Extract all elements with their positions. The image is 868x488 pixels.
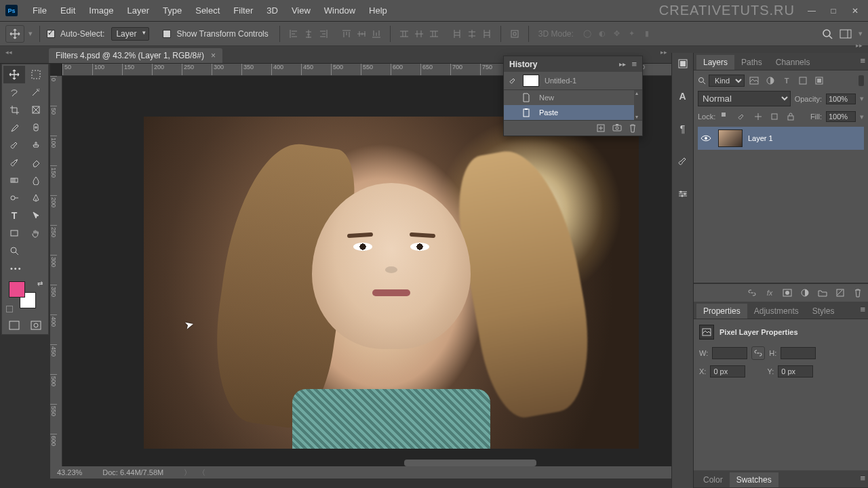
eyedropper-tool[interactable] bbox=[3, 119, 25, 136]
lock-all-icon[interactable] bbox=[785, 110, 797, 123]
move-tool[interactable] bbox=[3, 66, 25, 83]
align-right-icon[interactable] bbox=[317, 27, 330, 41]
collapse-right-icon[interactable]: ▸▸ bbox=[856, 42, 863, 49]
standard-mode-icon[interactable] bbox=[5, 318, 23, 333]
filter-pixel-icon[interactable] bbox=[747, 75, 761, 87]
frame-tool[interactable] bbox=[25, 101, 47, 119]
filter-kind-dropdown[interactable]: Kind bbox=[709, 75, 745, 87]
blend-mode-dropdown[interactable]: Normal bbox=[698, 91, 791, 106]
layers-panel-menu-icon[interactable]: ≡ bbox=[860, 56, 865, 66]
pen-tool[interactable] bbox=[25, 189, 47, 207]
quick-mask-icon[interactable] bbox=[27, 318, 45, 333]
aspect-link-icon[interactable] bbox=[751, 346, 765, 360]
distribute-hcenter-icon[interactable] bbox=[465, 27, 479, 41]
x-input[interactable] bbox=[710, 365, 745, 378]
close-tab-icon[interactable]: × bbox=[211, 51, 216, 60]
width-input[interactable] bbox=[712, 347, 747, 359]
lock-pixels-icon[interactable] bbox=[736, 110, 748, 123]
menu-3d[interactable]: 3D bbox=[260, 3, 285, 18]
link-layers-icon[interactable] bbox=[746, 287, 758, 299]
new-layer-icon[interactable] bbox=[834, 287, 846, 299]
align-bottom-icon[interactable] bbox=[370, 27, 383, 41]
distribute-vcenter-icon[interactable] bbox=[412, 27, 426, 41]
strip-brushes-icon[interactable] bbox=[675, 153, 691, 169]
filter-smart-icon[interactable] bbox=[812, 75, 826, 87]
history-menu-icon[interactable]: ≡ bbox=[631, 59, 637, 69]
collapse-mid-icon[interactable]: ▸▸ bbox=[660, 49, 667, 56]
minimize-button[interactable]: — bbox=[804, 5, 819, 17]
tab-color[interactable]: Color bbox=[696, 472, 730, 487]
maximize-button[interactable]: □ bbox=[826, 5, 841, 17]
rectangle-tool[interactable] bbox=[3, 224, 25, 242]
magic-wand-tool[interactable] bbox=[25, 83, 47, 101]
tab-layers[interactable]: Layers bbox=[696, 55, 734, 70]
align-hcenter-icon[interactable] bbox=[302, 27, 315, 41]
menu-window[interactable]: Window bbox=[317, 3, 362, 18]
filter-shape-icon[interactable] bbox=[796, 75, 810, 87]
hand-tool[interactable] bbox=[25, 224, 47, 242]
foreground-color[interactable] bbox=[9, 281, 25, 298]
strip-panel-icon[interactable] bbox=[675, 56, 691, 72]
strip-adjustments-icon[interactable] bbox=[675, 186, 691, 202]
history-item[interactable]: New bbox=[504, 90, 642, 105]
show-transform-checkbox[interactable] bbox=[163, 30, 171, 38]
tab-channels[interactable]: Channels bbox=[769, 55, 817, 70]
history-panel-header[interactable]: History ▸▸ ≡ bbox=[504, 56, 642, 72]
menu-filter[interactable]: Filter bbox=[226, 3, 260, 18]
tab-adjustments[interactable]: Adjustments bbox=[747, 304, 806, 319]
menu-select[interactable]: Select bbox=[189, 3, 226, 18]
filter-type-icon[interactable]: T bbox=[780, 75, 793, 87]
menu-image[interactable]: Image bbox=[82, 3, 120, 18]
collapse-panel-icon[interactable]: ▸▸ bbox=[619, 60, 626, 68]
menu-edit[interactable]: Edit bbox=[54, 3, 82, 18]
auto-select-dropdown[interactable]: Layer bbox=[111, 27, 149, 41]
distribute-left-icon[interactable] bbox=[450, 27, 464, 41]
lock-artboard-icon[interactable] bbox=[768, 110, 781, 123]
create-new-doc-icon[interactable] bbox=[596, 123, 606, 133]
collapse-left-icon[interactable]: ◂◂ bbox=[5, 49, 12, 56]
history-brush-tool[interactable] bbox=[3, 154, 25, 171]
distribute-top-icon[interactable] bbox=[397, 27, 411, 41]
workspace-switcher-icon[interactable] bbox=[840, 29, 852, 39]
tab-paths[interactable]: Paths bbox=[734, 55, 769, 70]
adjustment-layer-icon[interactable] bbox=[799, 287, 811, 299]
menu-help[interactable]: Help bbox=[362, 3, 394, 18]
brush-tool[interactable] bbox=[3, 136, 25, 154]
search-icon[interactable] bbox=[822, 28, 833, 39]
blur-tool[interactable] bbox=[25, 171, 47, 189]
history-scrollbar[interactable] bbox=[634, 90, 642, 120]
align-to-icon[interactable] bbox=[508, 27, 521, 41]
document-tab[interactable]: Filters 4.psd @ 43.2% (Layer 1, RGB/8#) … bbox=[49, 48, 222, 63]
zoom-level[interactable]: 43.23% bbox=[57, 468, 82, 476]
color-panel-menu-icon[interactable]: ≡ bbox=[860, 473, 865, 483]
dodge-tool[interactable] bbox=[3, 189, 25, 207]
create-snapshot-icon[interactable] bbox=[612, 123, 622, 133]
canvas-horizontal-scrollbar[interactable] bbox=[254, 460, 631, 466]
history-snapshot-row[interactable]: Untitled-1 bbox=[504, 72, 642, 89]
distribute-right-icon[interactable] bbox=[480, 27, 494, 41]
delete-state-icon[interactable] bbox=[629, 123, 637, 133]
menu-file[interactable]: File bbox=[26, 3, 54, 18]
eraser-tool[interactable] bbox=[25, 154, 47, 171]
clone-stamp-tool[interactable] bbox=[25, 136, 47, 154]
menu-layer[interactable]: Layer bbox=[121, 3, 157, 18]
type-tool[interactable]: T bbox=[3, 207, 25, 224]
align-top-icon[interactable] bbox=[340, 27, 353, 41]
lasso-tool[interactable] bbox=[3, 83, 25, 101]
swap-colors-icon[interactable]: ⇄ bbox=[37, 280, 43, 287]
filter-adjust-icon[interactable] bbox=[764, 75, 777, 87]
menu-view[interactable]: View bbox=[285, 3, 317, 18]
healing-brush-tool[interactable] bbox=[25, 119, 47, 136]
tab-swatches[interactable]: Swatches bbox=[730, 472, 778, 487]
align-left-icon[interactable] bbox=[287, 27, 300, 41]
y-input[interactable] bbox=[778, 365, 813, 378]
align-vcenter-icon[interactable] bbox=[355, 27, 368, 41]
layer-mask-icon[interactable] bbox=[781, 287, 793, 299]
menu-type[interactable]: Type bbox=[156, 3, 189, 18]
zoom-tool[interactable] bbox=[3, 242, 25, 260]
path-selection-tool[interactable] bbox=[25, 207, 47, 224]
layer-row[interactable]: Layer 1 bbox=[698, 127, 864, 150]
default-colors-icon[interactable] bbox=[6, 306, 13, 312]
lock-position-icon[interactable] bbox=[752, 110, 764, 123]
properties-panel-menu-icon[interactable]: ≡ bbox=[860, 304, 865, 314]
